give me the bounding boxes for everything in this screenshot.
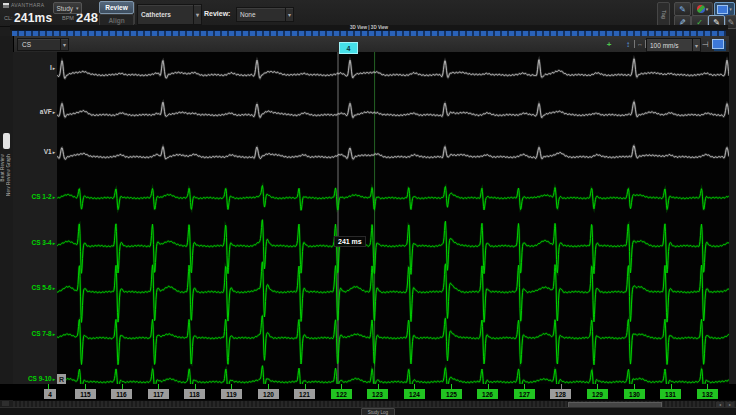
beat-number-text: 117 <box>153 391 164 398</box>
vertical-scale-icon[interactable]: ↕ <box>622 38 634 50</box>
pen-icon: ✎ <box>679 5 686 14</box>
bottom-status-bar: Study Log <box>0 407 736 415</box>
beat-number-text: 116 <box>116 391 127 398</box>
beat-number-119[interactable]: 119 <box>221 389 242 399</box>
channel-label-i[interactable]: I▸ <box>50 64 55 71</box>
beat-timeline: 4115116117118119120121122123124125126127… <box>0 384 736 400</box>
beat-number-text: 119 <box>226 391 237 398</box>
waveform-display[interactable] <box>57 52 729 388</box>
trigger-bar-icon[interactable]: ⊣ <box>699 38 711 50</box>
bpm-label: BPM <box>62 15 74 21</box>
beat-number-127[interactable]: 127 <box>514 389 535 399</box>
beat-number-4[interactable]: 4 <box>44 389 56 399</box>
review-mode-dropdown[interactable]: None ▾ <box>236 7 294 22</box>
channel-label-cs-9-10[interactable]: CS 9-10▸ <box>28 375 55 382</box>
channel-expand-icon[interactable]: ▸ <box>53 195 55 200</box>
ep-recording-window: AVANTHARA CL: 241ms BPM 248 Study▾ Revie… <box>0 0 736 415</box>
cl-label: CL: <box>4 15 13 21</box>
beat-number-126[interactable]: 126 <box>477 389 498 399</box>
channel-expand-icon[interactable]: ▸ <box>53 241 55 246</box>
beat-number-text: 122 <box>336 391 347 398</box>
cl-value: 241ms <box>14 11 52 25</box>
beat-number-129[interactable]: 129 <box>587 389 608 399</box>
beat-number-text: 128 <box>555 391 566 398</box>
layers-icon <box>717 5 728 14</box>
review-mode-label: Review: <box>204 10 230 17</box>
beat-number-118[interactable]: 118 <box>184 389 205 399</box>
sweep-speed-select[interactable]: 100 mm/s ▾ <box>646 38 701 52</box>
scrollbar-left-cap[interactable] <box>2 401 9 406</box>
beat-number-130[interactable]: 130 <box>624 389 645 399</box>
top-toolbar: AVANTHARA CL: 241ms BPM 248 Study▾ Revie… <box>0 0 736 27</box>
channel-expand-icon[interactable]: ▸ <box>53 332 55 337</box>
beat-number-122[interactable]: 122 <box>331 389 352 399</box>
left-sidebar-strip: Beat Review New Review Graph <box>0 36 14 400</box>
sidebar-tab-beat-review[interactable]: Beat Review <box>0 154 5 181</box>
chevron-down-icon: ▾ <box>729 6 732 12</box>
channel-expand-icon[interactable]: ▸ <box>53 150 55 155</box>
beat-number-125[interactable]: 125 <box>441 389 462 399</box>
color-palette-button[interactable]: ▾ <box>692 2 713 16</box>
beat-number-132[interactable]: 132 <box>697 389 718 399</box>
add-point-icon[interactable]: + <box>603 38 615 50</box>
channel-label-text: aVF <box>40 108 52 115</box>
tag-tab[interactable]: Tag <box>657 2 670 27</box>
right-edge-column <box>729 36 736 400</box>
channel-label-v1[interactable]: V1▸ <box>44 148 55 155</box>
channel-label-text: I <box>50 64 52 71</box>
channel-label-text: CS 7-8 <box>32 330 52 337</box>
pen-tool-button[interactable]: ✎ <box>674 2 691 16</box>
beat-number-117[interactable]: 117 <box>148 389 169 399</box>
channel-expand-icon[interactable]: ▸ <box>53 286 55 291</box>
channel-label-text: CS 5-6 <box>32 284 52 291</box>
color-palette-icon <box>697 5 705 13</box>
channel-expand-icon[interactable]: ▸ <box>53 377 55 382</box>
horizontal-scale-icon[interactable]: ↔ <box>634 40 646 48</box>
chevron-down-icon: ▾ <box>76 5 79 11</box>
waveform-trace-v1 <box>57 146 729 160</box>
channel-label-cs-3-4[interactable]: CS 3-4▸ <box>32 239 56 246</box>
beat-number-text: 123 <box>372 391 383 398</box>
chevron-down-icon: ▾ <box>193 5 201 24</box>
beat-number-text: 125 <box>446 391 457 398</box>
chevron-down-icon: ▾ <box>706 6 709 12</box>
strip-slider-handle[interactable] <box>3 133 10 149</box>
chevron-down-icon: ▾ <box>285 8 293 21</box>
channel-label-cs-5-6[interactable]: CS 5-6▸ <box>32 284 56 291</box>
beat-number-124[interactable]: 124 <box>404 389 425 399</box>
channel-label-text: CS 3-4 <box>32 239 52 246</box>
waveform-panel-header: CS ▾ + ↕ ↔ 100 mm/s ▾ ⊣ ↻ <box>13 36 736 53</box>
beat-number-text: 127 <box>519 391 530 398</box>
waveform-canvas <box>57 52 729 388</box>
beat-number-text: 120 <box>263 391 274 398</box>
channel-group-select[interactable]: CS ▾ <box>17 38 69 51</box>
beat-number-121[interactable]: 121 <box>294 389 315 399</box>
annotation-pencil-icon: ✎ <box>728 18 735 27</box>
study-log-button[interactable]: Study Log <box>361 408 395 415</box>
channel-label-cs-7-8[interactable]: CS 7-8▸ <box>32 330 56 337</box>
caliper-flag[interactable]: 4 <box>339 42 358 54</box>
review-tab-button[interactable]: Review <box>99 1 134 14</box>
beat-number-text: 132 <box>702 391 713 398</box>
reference-marker[interactable]: R <box>57 374 66 384</box>
channel-expand-icon[interactable]: ▸ <box>53 66 55 71</box>
beat-number-116[interactable]: 116 <box>111 389 132 399</box>
beat-number-text: 130 <box>629 391 640 398</box>
beat-number-text: 124 <box>409 391 420 398</box>
catheters-dropdown[interactable]: Catheters ▾ <box>137 4 202 25</box>
layers-button[interactable]: ▾ <box>714 2 735 16</box>
beat-number-120[interactable]: 120 <box>258 389 279 399</box>
channel-label-text: CS 9-10 <box>28 375 52 382</box>
channel-expand-icon[interactable]: ▸ <box>53 110 55 115</box>
beat-number-123[interactable]: 123 <box>367 389 388 399</box>
study-menu-button[interactable]: Study▾ <box>53 2 82 14</box>
beat-number-115[interactable]: 115 <box>75 389 96 399</box>
channel-label-avf[interactable]: aVF▸ <box>40 108 55 115</box>
beat-number-text: 126 <box>482 391 493 398</box>
beat-number-128[interactable]: 128 <box>550 389 571 399</box>
screens-icon[interactable] <box>712 39 724 49</box>
sidebar-tab-new-review-graph[interactable]: New Review Graph <box>6 154 11 196</box>
channel-label-cs-1-2[interactable]: CS 1-2▸ <box>32 193 56 200</box>
beat-number-131[interactable]: 131 <box>660 389 681 399</box>
beat-number-text: 121 <box>299 391 310 398</box>
